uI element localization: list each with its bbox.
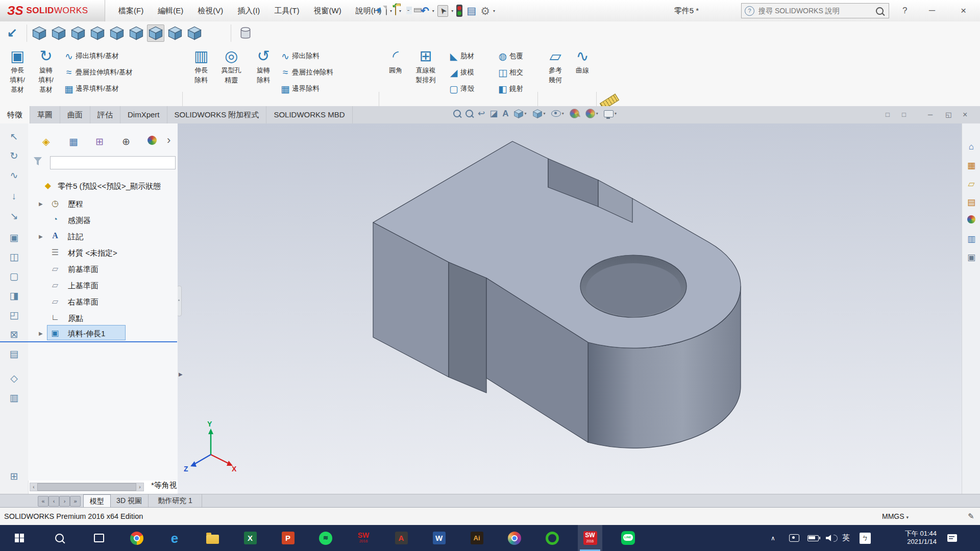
- taskbar-chrome[interactable]: [125, 525, 149, 551]
- undo-button[interactable]: ↶: [421, 6, 429, 16]
- scroll-left-icon[interactable]: ‹: [30, 484, 37, 491]
- boundary-cut-button[interactable]: ▦邊界除料: [279, 81, 333, 97]
- section-view-button[interactable]: ◪: [489, 108, 498, 119]
- lt-rotate-icon[interactable]: ↻: [0, 150, 28, 162]
- tray-clock[interactable]: 下午 01:442021/1/14: [886, 530, 937, 551]
- undo-dropdown[interactable]: ▾: [432, 9, 434, 13]
- new-dropdown[interactable]: ▾: [390, 9, 392, 13]
- view-cube-button-5[interactable]: [108, 24, 126, 42]
- start-button[interactable]: [7, 525, 32, 551]
- doc-close-button[interactable]: ×: [963, 106, 967, 123]
- graphics-area[interactable]: Y X Z: [178, 123, 980, 500]
- tray-camera-icon[interactable]: [789, 525, 799, 551]
- menu-edit[interactable]: 編輯(E): [151, 0, 190, 21]
- view-cube-button-1[interactable]: [31, 24, 48, 42]
- propertymanager-tab-icon[interactable]: ▦: [69, 136, 78, 147]
- display-style-button[interactable]: ▾: [532, 109, 547, 119]
- tab-addins[interactable]: SOLIDWORKS 附加程式: [167, 106, 267, 123]
- lt-spline-icon[interactable]: ∿: [0, 169, 28, 181]
- taskbar-file-explorer[interactable]: [200, 525, 225, 551]
- tree-root-item[interactable]: ◆ 零件5 (預設<<預設>_顯示狀態: [28, 179, 176, 194]
- mirror-button[interactable]: ◧鏡射: [496, 81, 523, 97]
- hole-wizard-button[interactable]: ◎ 異型孔精靈: [215, 47, 247, 85]
- reference-geometry-button[interactable]: ▱ 參考幾何: [541, 47, 570, 85]
- menu-window[interactable]: 視窗(W): [306, 0, 348, 21]
- doc-minimize-button[interactable]: ─: [928, 106, 933, 123]
- tree-item-annotations[interactable]: ▶ A 註記: [28, 229, 176, 244]
- doc-window-icon-2[interactable]: □: [902, 106, 906, 123]
- edit-appearance-button[interactable]: ✎: [570, 108, 581, 119]
- rollback-bar[interactable]: [0, 341, 177, 342]
- search-input[interactable]: [757, 6, 874, 15]
- displaymanager-tab-icon[interactable]: [148, 136, 157, 147]
- tray-battery-icon[interactable]: [807, 525, 819, 551]
- configuration-tab-icon[interactable]: ⊞: [95, 136, 104, 147]
- expand-arrow-icon[interactable]: ▶: [39, 234, 43, 239]
- featuremanager-tab-icon[interactable]: ◈: [42, 136, 50, 147]
- lt-box-icon[interactable]: ▣: [0, 232, 28, 243]
- lofted-cut-button[interactable]: ≈疊層拉伸除料: [279, 64, 333, 81]
- tree-item-origin[interactable]: ∟ 原點: [28, 311, 176, 326]
- close-button[interactable]: ×: [961, 0, 966, 21]
- last-tab-button[interactable]: »: [70, 496, 81, 507]
- options-button[interactable]: ⚙: [480, 6, 490, 16]
- menu-file[interactable]: 檔案(F): [111, 0, 151, 21]
- lt-box7-icon[interactable]: ▤: [0, 348, 28, 360]
- tray-ime-language[interactable]: 英: [842, 525, 850, 551]
- view-settings-button[interactable]: ▾: [604, 110, 618, 117]
- cut-revolve-button[interactable]: ↺ 旋轉除料: [249, 47, 278, 85]
- lt-box4-icon[interactable]: ◨: [0, 290, 28, 302]
- tray-ime-mode[interactable]: ㄅ: [860, 525, 871, 551]
- intersect-button[interactable]: ◫相交: [496, 64, 523, 81]
- home-icon[interactable]: ⌂: [962, 142, 980, 152]
- view-cube-button-2[interactable]: [50, 24, 67, 42]
- select-tool-button[interactable]: ➤: [437, 5, 448, 17]
- expand-arrow-icon[interactable]: ▶: [39, 331, 43, 336]
- tab-features[interactable]: 特徵: [0, 106, 30, 123]
- tray-notification-icon[interactable]: [947, 525, 957, 551]
- taskbar-solidworks-running[interactable]: SW2016: [578, 525, 602, 551]
- tree-item-material[interactable]: ☰ 材質 <未指定>: [28, 245, 176, 261]
- tab-motion-study[interactable]: 動作研究 1: [149, 494, 202, 507]
- zoom-to-fit-button[interactable]: [453, 110, 461, 117]
- taskbar-green-ring-app[interactable]: [540, 525, 565, 551]
- taskbar-photos[interactable]: [502, 525, 527, 551]
- cylinder-tool-button[interactable]: [237, 24, 254, 42]
- tab-surfaces[interactable]: 曲面: [60, 106, 90, 123]
- search-box[interactable]: ?: [741, 3, 889, 18]
- lt-box6-icon[interactable]: ⊠: [0, 329, 28, 340]
- rib-button[interactable]: ◣肋材: [447, 48, 474, 64]
- lt-box5-icon[interactable]: ◰: [0, 309, 28, 321]
- lt-box2-icon[interactable]: ◫: [0, 251, 28, 263]
- tree-filter-input[interactable]: [50, 156, 176, 169]
- menu-insert[interactable]: 插入(I): [230, 0, 267, 21]
- taskbar-edge[interactable]: e: [162, 525, 187, 551]
- view-cube-button-9[interactable]: [186, 24, 203, 42]
- view-cube-button-4[interactable]: [89, 24, 106, 42]
- appearances-icon[interactable]: [962, 215, 980, 226]
- tree-item-boss-extrude1-selected[interactable]: ▶ ▣ 填料-伸長1: [28, 326, 176, 341]
- menu-tools[interactable]: 工具(T): [267, 0, 306, 21]
- view-palette-icon[interactable]: ▤: [962, 197, 980, 208]
- taskbar-spotify[interactable]: ≋: [313, 525, 338, 551]
- block-right-face[interactable]: [449, 262, 486, 393]
- open-button[interactable]: [395, 6, 396, 15]
- sketch-arrow-icon[interactable]: ↙: [7, 26, 17, 40]
- scroll-right-icon[interactable]: ›: [136, 484, 143, 491]
- next-tab-button[interactable]: ›: [59, 496, 70, 507]
- custom-properties-icon[interactable]: ▥: [962, 234, 980, 244]
- tree-horizontal-scrollbar[interactable]: ‹ ›: [30, 483, 144, 491]
- view-cube-button-8[interactable]: [166, 24, 184, 42]
- panel-expand-arrow[interactable]: ▶: [178, 370, 183, 378]
- doc-restore-button[interactable]: ◱: [945, 106, 951, 123]
- lt-arrow-diag-icon[interactable]: ↘: [0, 210, 28, 222]
- revolve-boss-button[interactable]: ↻ 旋轉填料/基材: [32, 47, 60, 94]
- tab-3d-views[interactable]: 3D 視圖: [110, 494, 149, 507]
- panel-flyout-arrow[interactable]: ›: [167, 134, 170, 147]
- task-view-button[interactable]: [87, 525, 111, 551]
- prev-tab-button[interactable]: ‹: [48, 496, 59, 507]
- taskbar-solidworks-2016[interactable]: SW2016: [351, 525, 376, 551]
- tree-item-sensors[interactable]: ◔ 感測器: [28, 213, 176, 228]
- help-button[interactable]: ?: [902, 0, 907, 21]
- tree-item-front-plane[interactable]: ▱ 前基準面: [28, 262, 176, 277]
